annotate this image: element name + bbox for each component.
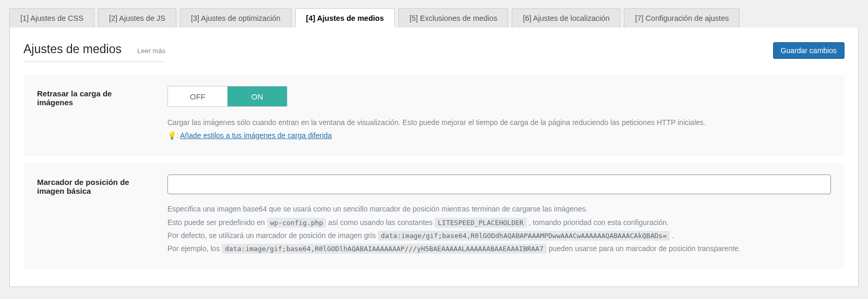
tab-media-excludes[interactable]: [5] Exclusiones de medios (399, 8, 508, 28)
placeholder-block: Marcador de posición de imagen básica Es… (23, 163, 845, 269)
toggle-off[interactable]: OFF (168, 86, 227, 106)
lazy-load-description: Cargar las imágenes sólo cuando entran e… (167, 116, 831, 142)
code-default-gif: data:image/gif;base64,R0lGODdhAQABAPAAAM… (378, 231, 670, 241)
settings-panel: Ajustes de medios Leer más Guardar cambi… (9, 28, 859, 287)
read-more-link[interactable]: Leer más (137, 47, 165, 55)
tab-media[interactable]: [4] Ajustes de medios (295, 8, 395, 28)
page-title: Ajustes de medios (23, 42, 122, 56)
code-constant: LITESPEED_PLACEHOLDER (435, 218, 526, 228)
code-wpconfig: wp-config.php (267, 218, 327, 228)
lazy-load-label: Retrasar la carga de imágenes (37, 86, 147, 142)
toggle-on[interactable]: ON (227, 86, 287, 106)
tabs-bar: [1] Ajustes de CSS [2] Ajustes de JS [3]… (0, 0, 868, 28)
placeholder-description: Especifica una imagen base64 que se usar… (167, 203, 831, 255)
tab-tuning[interactable]: [7] Configuración de ajustes (624, 8, 740, 28)
lazy-load-block: Retrasar la carga de imágenes OFF ON Car… (23, 74, 845, 156)
lazy-load-toggle[interactable]: OFF ON (167, 86, 287, 107)
tab-localization[interactable]: [6] Ajustes de localización (512, 8, 620, 28)
placeholder-label: Marcador de posición de imagen básica (37, 175, 147, 255)
lazy-styles-link[interactable]: Añade estilos a tus imágenes de carga di… (180, 131, 332, 140)
save-button[interactable]: Guardar cambios (773, 42, 845, 59)
header-row: Ajustes de medios Leer más Guardar cambi… (23, 42, 845, 62)
tab-css[interactable]: [1] Ajustes de CSS (9, 8, 94, 28)
placeholder-input[interactable] (167, 175, 831, 194)
lightbulb-icon: 💡 (167, 131, 176, 140)
tab-js[interactable]: [2] Ajustes de JS (98, 8, 176, 28)
tab-optimization[interactable]: [3] Ajustes de optimización (180, 8, 292, 28)
code-transparent-gif: data:image/gif;base64,R0lGODlhAQABAIAAAA… (222, 244, 546, 254)
